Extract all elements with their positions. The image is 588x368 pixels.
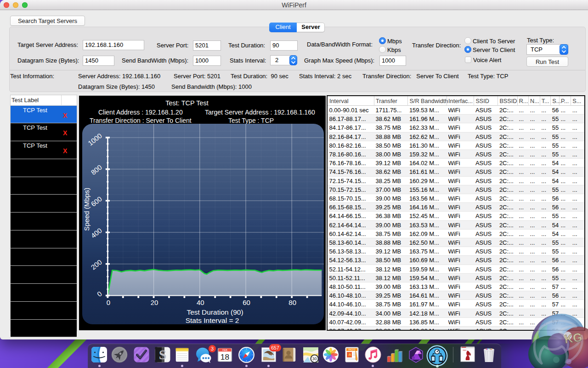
svg-text:PACKS: PACKS [349,349,356,351]
svg-text:S: S [159,347,167,362]
svg-text:20: 20 [151,299,158,306]
svg-text:FEB: FEB [222,349,227,351]
svg-text:0: 0 [107,299,110,306]
svg-text:18: 18 [220,352,229,362]
svg-text:60: 60 [243,299,250,306]
svg-text:KG: KG [564,330,583,346]
svg-text:30: 30 [312,356,317,361]
svg-text:Test Duration (90): Test Duration (90) [187,308,243,316]
svg-text:40: 40 [197,299,204,306]
svg-text:80: 80 [288,299,296,306]
svg-text:RED: RED [463,349,467,351]
svg-text:Stats Interval = 2: Stats Interval = 2 [186,316,239,324]
svg-text:Speed (Mbps): Speed (Mbps) [83,187,90,230]
